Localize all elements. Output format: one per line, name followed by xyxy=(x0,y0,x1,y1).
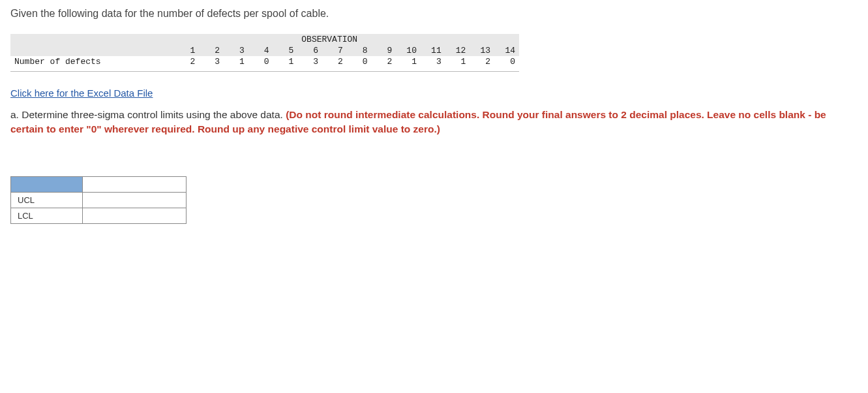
col-11: 11 xyxy=(421,45,445,56)
val-10: 1 xyxy=(396,56,421,67)
lcl-cell xyxy=(82,208,186,223)
answer-header-blank-right xyxy=(82,176,186,192)
val-8: 0 xyxy=(347,56,372,67)
col-8: 8 xyxy=(347,45,372,56)
val-14: 0 xyxy=(494,56,519,67)
val-11: 3 xyxy=(421,56,445,67)
observation-table: OBSERVATION 1 2 3 4 5 6 7 8 9 10 11 12 1… xyxy=(10,34,519,67)
intro-text: Given the following data for the number … xyxy=(10,8,858,20)
divider xyxy=(10,71,519,72)
col-12: 12 xyxy=(445,45,470,56)
col-13: 13 xyxy=(470,45,494,56)
ucl-cell xyxy=(82,192,186,208)
data-row: Number of defects 2 3 1 0 1 3 2 0 2 1 3 … xyxy=(10,56,519,67)
ucl-row: UCL xyxy=(11,192,187,208)
obs-spacer-left xyxy=(175,34,298,45)
col-10: 10 xyxy=(396,45,421,56)
val-6: 3 xyxy=(297,56,322,67)
val-4: 0 xyxy=(248,56,273,67)
col-14: 14 xyxy=(494,45,519,56)
observation-header: OBSERVATION xyxy=(297,34,396,45)
col-label-blank xyxy=(10,45,175,56)
col-7: 7 xyxy=(322,45,347,56)
val-2: 3 xyxy=(199,56,224,67)
val-7: 2 xyxy=(322,56,347,67)
col-1: 1 xyxy=(175,45,200,56)
lcl-label: LCL xyxy=(11,208,83,223)
obs-spacer-right xyxy=(396,34,519,45)
row-label: Number of defects xyxy=(10,56,175,67)
lcl-row: LCL xyxy=(11,208,187,223)
val-9: 2 xyxy=(371,56,396,67)
col-4: 4 xyxy=(248,45,273,56)
question-text: a. Determine three-sigma control limits … xyxy=(10,108,858,137)
val-3: 1 xyxy=(224,56,248,67)
column-header-row: 1 2 3 4 5 6 7 8 9 10 11 12 13 14 xyxy=(10,45,519,56)
col-6: 6 xyxy=(297,45,322,56)
lcl-input[interactable] xyxy=(89,211,179,221)
col-5: 5 xyxy=(273,45,298,56)
ucl-input[interactable] xyxy=(89,195,179,205)
col-9: 9 xyxy=(371,45,396,56)
answer-table: UCL LCL xyxy=(10,176,187,224)
val-1: 2 xyxy=(175,56,200,67)
val-12: 1 xyxy=(445,56,470,67)
val-13: 2 xyxy=(470,56,494,67)
question-prefix: a. Determine three-sigma control limits … xyxy=(10,109,286,120)
col-3: 3 xyxy=(224,45,248,56)
ucl-label: UCL xyxy=(11,192,83,208)
val-5: 1 xyxy=(273,56,298,67)
obs-spacer xyxy=(10,34,175,45)
excel-data-link[interactable]: Click here for the Excel Data File xyxy=(10,87,153,99)
answer-header-blank-left xyxy=(11,176,83,192)
col-2: 2 xyxy=(199,45,224,56)
